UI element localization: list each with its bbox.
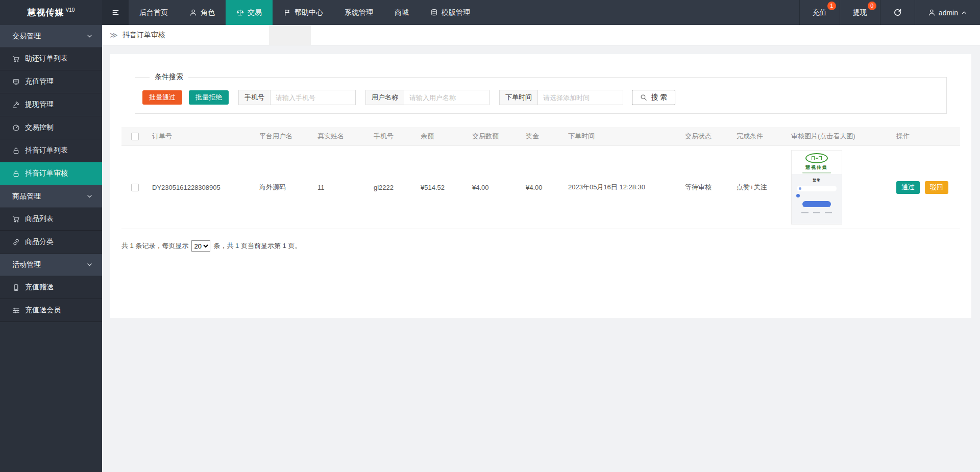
nav-item-mall[interactable]: 商城 bbox=[384, 0, 420, 25]
username-field-label: 用户名称 bbox=[365, 90, 404, 105]
sliders-icon bbox=[12, 307, 20, 314]
sidebar-group-activity[interactable]: 活动管理 bbox=[0, 254, 102, 276]
phone-icon bbox=[12, 284, 20, 291]
pagination-prefix: 共 1 条记录，每页显示 bbox=[121, 241, 188, 251]
recharge-label: 充值 bbox=[813, 8, 827, 17]
chevron-up-icon bbox=[961, 10, 967, 16]
user-menu[interactable]: admin bbox=[915, 0, 980, 25]
reject-button[interactable]: 驳回 bbox=[925, 181, 948, 194]
batch-reject-button[interactable]: 批量拒绝 bbox=[189, 90, 229, 105]
search-legend: 条件搜索 bbox=[150, 72, 188, 82]
nav-label: 商城 bbox=[395, 8, 409, 17]
content-card: 条件搜索 批量通过 批量拒绝 手机号 用户名称 下单时间 搜 bbox=[110, 54, 971, 318]
gavel-icon bbox=[12, 101, 20, 109]
app-logo[interactable]: 慧视传媒 V10 bbox=[0, 0, 102, 25]
nav-label: 后台首页 bbox=[139, 8, 168, 17]
batch-approve-button[interactable]: 批量通过 bbox=[142, 90, 182, 105]
cell-real-name: 11 bbox=[313, 146, 370, 229]
sidebar-item-douyin-orders[interactable]: 抖音订单列表 bbox=[0, 139, 102, 162]
thumb-input-field bbox=[797, 186, 837, 191]
sidebar-item-douyin-review[interactable]: 抖音订单审核 bbox=[0, 162, 102, 185]
nav-item-help-center[interactable]: 帮助中心 bbox=[273, 0, 334, 25]
table-row: DY2305161228308905 海外源码 11 gl2222 ¥514.5… bbox=[121, 146, 960, 229]
group-label: 活动管理 bbox=[12, 260, 41, 269]
cart-icon bbox=[12, 215, 20, 223]
search-button-label: 搜 索 bbox=[651, 93, 667, 102]
phone-input[interactable] bbox=[270, 90, 356, 105]
select-all-checkbox[interactable] bbox=[131, 133, 139, 140]
cell-bonus: ¥4.00 bbox=[522, 146, 564, 229]
main-nav: 后台首页 角色 交易 帮助中心 系统管理 商城 模版管理 bbox=[129, 0, 481, 25]
sidebar-item-recharge-vip[interactable]: 充值送会员 bbox=[0, 299, 102, 322]
withdraw-button[interactable]: 提现 0 bbox=[840, 0, 880, 25]
col-actions: 操作 bbox=[892, 127, 960, 146]
sidebar-item-recharge-mgmt[interactable]: 充值管理 bbox=[0, 70, 102, 93]
approve-button[interactable]: 通过 bbox=[896, 181, 920, 194]
sidebar-item-withdraw-mgmt[interactable]: 提现管理 bbox=[0, 93, 102, 116]
withdraw-badge: 0 bbox=[868, 2, 876, 10]
magnifier-icon bbox=[640, 94, 647, 101]
nav-item-system[interactable]: 系统管理 bbox=[334, 0, 384, 25]
sidebar-group-goods[interactable]: 商品管理 bbox=[0, 185, 102, 208]
col-order-no: 订单号 bbox=[148, 127, 255, 146]
brand-text: 慧视传媒 bbox=[28, 7, 64, 18]
page-size-select[interactable]: 20 bbox=[191, 240, 210, 252]
withdraw-label: 提现 bbox=[853, 8, 867, 17]
thumb-info-icon bbox=[796, 194, 800, 197]
col-platform-user: 平台用户名 bbox=[255, 127, 313, 146]
thumb-brand-text: 慧视传媒 bbox=[805, 164, 828, 171]
orders-table: 订单号 平台用户名 真实姓名 手机号 余额 交易数额 奖金 下单时间 交易状态 … bbox=[121, 127, 960, 229]
refresh-icon bbox=[893, 8, 902, 17]
cell-balance: ¥514.52 bbox=[416, 146, 468, 229]
phone-field-group: 手机号 bbox=[238, 90, 356, 105]
page-title: 抖音订单审核 bbox=[122, 31, 165, 40]
cell-status: 等待审核 bbox=[681, 146, 732, 229]
search-button[interactable]: 搜 索 bbox=[632, 90, 675, 105]
thumb-logo-icon bbox=[805, 153, 828, 163]
thumb-header: 慧视传媒 bbox=[792, 151, 842, 174]
sidebar-item-label: 充值管理 bbox=[25, 77, 54, 86]
nav-item-roles[interactable]: 角色 bbox=[179, 0, 226, 25]
board-icon bbox=[12, 78, 20, 86]
review-image-thumbnail[interactable]: 慧视传媒 登录 bbox=[791, 150, 842, 225]
cell-order-no: DY2305161228308905 bbox=[148, 146, 255, 229]
person-icon bbox=[189, 9, 197, 16]
lock-icon bbox=[12, 170, 20, 178]
sidebar-item-trade-control[interactable]: 交易控制 bbox=[0, 116, 102, 139]
sidebar-item-goods-list[interactable]: 商品列表 bbox=[0, 208, 102, 231]
sidebar-group-trade[interactable]: 交易管理 bbox=[0, 25, 102, 47]
cart-icon bbox=[12, 55, 20, 63]
flag-icon bbox=[283, 9, 291, 16]
nav-item-templates[interactable]: 模版管理 bbox=[420, 0, 481, 25]
refresh-button[interactable] bbox=[880, 0, 915, 25]
recharge-button[interactable]: 充值 1 bbox=[799, 0, 840, 25]
nav-item-trade[interactable]: 交易 bbox=[226, 0, 273, 25]
top-navbar: 慧视传媒 V10 后台首页 角色 交易 帮助中心 系统管理 商城 模版管理 bbox=[0, 0, 980, 25]
breadcrumb-chevrons-icon: ≫ bbox=[110, 31, 118, 40]
cell-actions: 通过 驳回 bbox=[892, 146, 960, 229]
navbar-right: 充值 1 提现 0 admin bbox=[799, 0, 980, 25]
col-review-image: 审核图片(点击看大图) bbox=[787, 127, 892, 146]
hamburger-icon bbox=[112, 9, 119, 16]
group-label: 商品管理 bbox=[12, 192, 41, 201]
sidebar-item-label: 提现管理 bbox=[25, 100, 54, 109]
cell-phone: gl2222 bbox=[370, 146, 416, 229]
nav-item-dashboard[interactable]: 后台首页 bbox=[129, 0, 179, 25]
row-checkbox[interactable] bbox=[131, 184, 139, 191]
order-time-input[interactable] bbox=[537, 90, 623, 105]
col-bonus: 奖金 bbox=[522, 127, 564, 146]
chevron-down-icon bbox=[86, 261, 93, 268]
user-icon bbox=[928, 9, 936, 16]
sidebar-item-recharge-gift[interactable]: 充值赠送 bbox=[0, 276, 102, 299]
menu-toggle-button[interactable] bbox=[102, 0, 129, 25]
order-time-field-label: 下单时间 bbox=[499, 90, 537, 105]
cell-amount: ¥4.00 bbox=[468, 146, 522, 229]
col-order-time: 下单时间 bbox=[564, 127, 681, 146]
order-time-field-group: 下单时间 bbox=[499, 90, 623, 105]
sidebar-item-goods-category[interactable]: 商品分类 bbox=[0, 231, 102, 254]
username-input[interactable] bbox=[404, 90, 489, 105]
sidebar-item-assist-orders[interactable]: 助还订单列表 bbox=[0, 47, 102, 70]
gauge-icon bbox=[12, 124, 20, 132]
col-amount: 交易数额 bbox=[468, 127, 522, 146]
sidebar-item-label: 抖音订单审核 bbox=[25, 169, 68, 178]
